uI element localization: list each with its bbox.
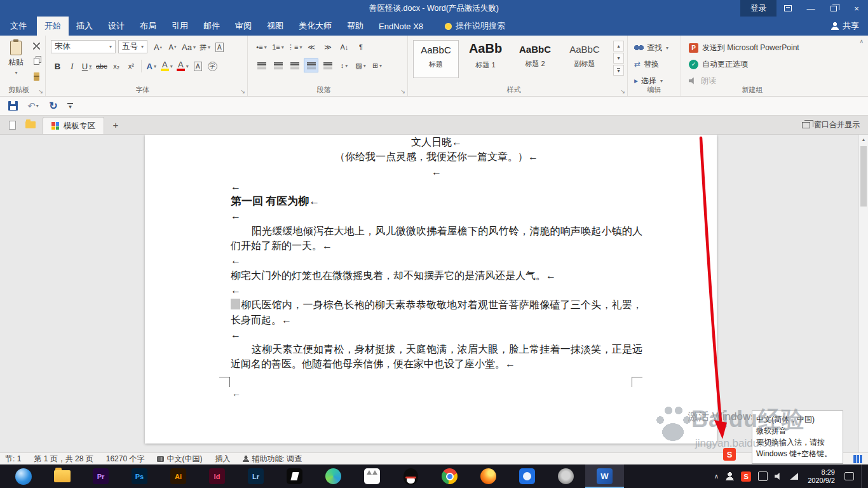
tab-endnote-x8[interactable]: EndNote X8 <box>371 17 431 36</box>
text-effects-button[interactable]: A▾ <box>145 59 158 73</box>
scrollbar-thumb[interactable] <box>860 146 867 207</box>
tray-expand-icon[interactable]: ∧ <box>714 473 719 480</box>
taskbar-premiere-icon[interactable]: Pr <box>81 464 120 488</box>
copy-button[interactable] <box>30 55 43 67</box>
status-section[interactable]: 节: 1 <box>5 454 21 464</box>
sogou-float-icon[interactable]: S <box>723 448 736 461</box>
distribute-button[interactable] <box>320 58 335 72</box>
restore-button[interactable] <box>822 0 845 17</box>
dialog-launcher-icon[interactable]: ↘ <box>620 88 625 95</box>
styles-gallery-more-button[interactable]: ▾ <box>613 65 624 76</box>
autocorrect-options-button[interactable]: ✓自动更正选项 <box>689 58 748 71</box>
document-area[interactable]: 文人日晓← （你给我一点灵感，我便还你一篇文章。）← ← ← 第一回 有医为柳←… <box>0 135 868 452</box>
highlight-color-button[interactable]: A▾ <box>159 59 174 73</box>
tell-me-search[interactable]: 操作说明搜索 <box>445 17 505 36</box>
increase-indent-button[interactable]: ≫ <box>320 40 335 54</box>
tab-help[interactable]: 帮助 <box>339 17 371 36</box>
tab-file[interactable]: 文件 <box>0 17 37 36</box>
taskbar-browser-icon[interactable] <box>4 464 43 488</box>
enclose-characters-button[interactable]: 字 <box>206 59 219 73</box>
replace-button[interactable]: ⇄替换 <box>634 58 659 71</box>
pinyin-guide-button[interactable]: 拼▾ <box>198 40 212 54</box>
status-language[interactable]: 中文(中国) <box>157 454 202 464</box>
character-shading-button[interactable]: A <box>191 59 205 73</box>
taskbar-gray-app-icon[interactable] <box>546 464 585 488</box>
shading-button[interactable]: ▨▾ <box>353 58 368 72</box>
paste-button[interactable]: 粘贴 ▾ <box>3 39 29 86</box>
cut-button[interactable] <box>30 39 43 52</box>
close-button[interactable]: × <box>845 0 868 17</box>
document-page[interactable]: 文人日晓← （你给我一点灵感，我便还你一篇文章。）← ← ← 第一回 有医为柳←… <box>145 135 717 444</box>
login-button[interactable]: 登录 <box>740 0 776 17</box>
bullets-button[interactable]: •≡▾ <box>254 40 269 54</box>
status-word-count[interactable]: 16270 个字 <box>106 454 145 464</box>
ribbon-display-options-button[interactable] <box>776 0 799 17</box>
share-button[interactable]: 共享 <box>822 17 868 36</box>
align-right-button[interactable] <box>287 58 302 72</box>
character-border-button[interactable]: A <box>213 40 226 54</box>
style-item-heading1[interactable]: AaBb标题 1 <box>463 40 508 78</box>
scroll-up-arrow[interactable]: ▲ <box>859 135 868 144</box>
underline-button[interactable]: U▾ <box>80 59 93 73</box>
find-button[interactable]: 查找▾ <box>634 41 668 54</box>
taskbar-dark-app-icon[interactable] <box>275 464 314 488</box>
font-size-select[interactable]: 五号 ▾ <box>118 40 147 53</box>
tab-template-zone[interactable]: 模板专区 <box>43 117 104 134</box>
taskbar-qq-icon[interactable] <box>391 464 430 488</box>
subscript-button[interactable]: x₂ <box>110 59 123 73</box>
styles-scroll-down-button[interactable]: ▾ <box>613 53 624 64</box>
line-spacing-button[interactable]: ↕▾ <box>337 58 351 72</box>
tab-mailings[interactable]: 邮件 <box>196 17 227 36</box>
tray-ime-icon[interactable] <box>758 471 768 481</box>
shrink-font-button[interactable]: A▾ <box>166 40 179 54</box>
taskbar-green-app-icon[interactable] <box>314 464 353 488</box>
status-page-count[interactable]: 第 1 页，共 28 页 <box>34 454 93 464</box>
vertical-scrollbar[interactable]: ▲ <box>858 135 868 452</box>
sort-button[interactable]: A↓ <box>337 40 351 54</box>
dialog-launcher-icon[interactable]: ↘ <box>38 88 43 95</box>
style-item-subtitle[interactable]: AaBbC副标题 <box>562 40 607 78</box>
taskbar-blue-app-icon[interactable] <box>508 464 546 488</box>
strikethrough-button[interactable]: abc <box>95 59 109 73</box>
tray-network-icon[interactable] <box>790 473 798 480</box>
tray-volume-icon[interactable] <box>775 473 783 480</box>
font-name-select[interactable]: 宋体 ▾ <box>51 40 116 53</box>
align-center-button[interactable] <box>271 58 285 72</box>
style-item-heading2[interactable]: AaBbC标题 2 <box>512 40 558 78</box>
justify-button[interactable] <box>304 58 318 72</box>
superscript-button[interactable]: x² <box>125 59 138 73</box>
view-mode-icon[interactable] <box>853 455 863 463</box>
tab-insert[interactable]: 插入 <box>69 17 100 36</box>
new-document-button[interactable] <box>6 118 18 132</box>
taskbar-illustrator-icon[interactable]: Ai <box>159 464 198 488</box>
tab-home[interactable]: 开始 <box>37 17 69 36</box>
action-center-icon[interactable] <box>844 472 854 480</box>
undo-button[interactable]: ↶▾ <box>27 100 39 112</box>
taskbar-cat-app-icon[interactable] <box>353 464 391 488</box>
change-case-button[interactable]: Aa▾ <box>180 40 197 54</box>
font-color-button[interactable]: A▾ <box>175 59 190 73</box>
format-painter-button[interactable] <box>30 70 43 83</box>
tab-design[interactable]: 设计 <box>100 17 132 36</box>
taskbar-lightroom-icon[interactable]: Lr <box>236 464 275 488</box>
send-to-powerpoint-button[interactable]: P发送到 Microsoft PowerPoint <box>689 41 799 54</box>
save-button[interactable] <box>6 100 19 112</box>
tray-sogou-icon[interactable]: S <box>741 471 751 482</box>
dialog-launcher-icon[interactable]: ↘ <box>400 88 405 95</box>
redo-button[interactable]: ↻ <box>47 100 60 112</box>
borders-button[interactable]: ⊞▾ <box>370 58 384 72</box>
taskbar-firefox-icon[interactable] <box>469 464 508 488</box>
multilevel-list-button[interactable]: ⋮≡▾ <box>287 40 302 54</box>
italic-button[interactable]: I <box>65 59 79 73</box>
styles-scroll-up-button[interactable]: ▴ <box>613 41 624 51</box>
merge-windows-toggle[interactable]: 窗口合并显示 <box>802 119 862 130</box>
open-folder-button[interactable] <box>24 118 37 132</box>
document-content[interactable]: 文人日晓← （你给我一点灵感，我便还你一篇文章。）← ← ← 第一回 有医为柳←… <box>231 135 642 372</box>
taskbar-word-icon[interactable]: W <box>585 464 624 488</box>
tab-view[interactable]: 视图 <box>259 17 291 36</box>
dialog-launcher-icon[interactable]: ↘ <box>240 88 245 95</box>
grow-font-button[interactable]: A▴ <box>151 40 165 54</box>
decrease-indent-button[interactable]: ≪ <box>304 40 318 54</box>
style-item-title[interactable]: AaBbC标题 <box>413 40 459 78</box>
taskbar-explorer-icon[interactable] <box>43 464 81 488</box>
